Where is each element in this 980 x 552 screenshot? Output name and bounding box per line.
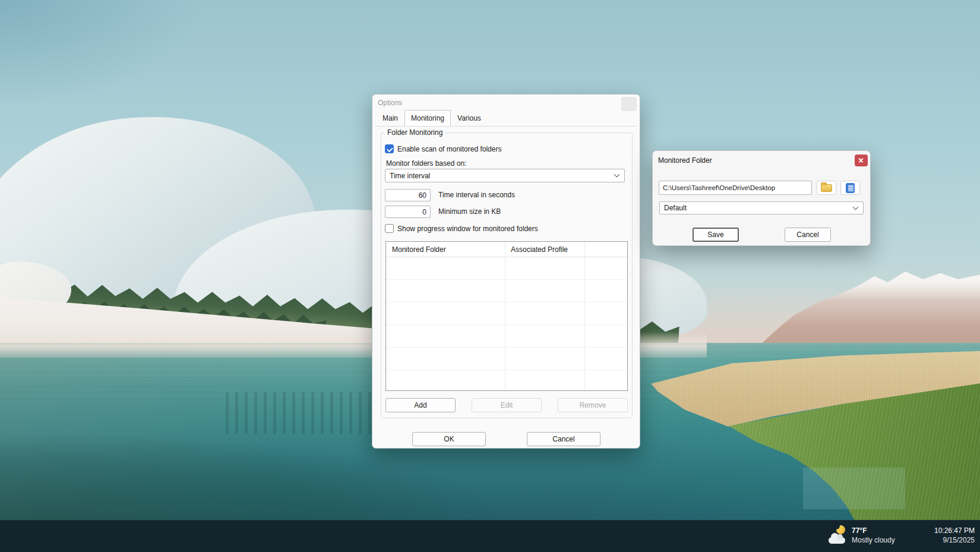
time-interval-label: Time interval in seconds — [438, 191, 515, 199]
tab-monitoring[interactable]: Monitoring — [404, 110, 451, 126]
moon-cloud-icon — [828, 525, 849, 545]
column-header-associated-profile[interactable]: Associated Profile — [511, 245, 568, 254]
options-dialog: Options Main Monitoring Various Folder M… — [372, 94, 640, 449]
table-body-empty[interactable] — [386, 257, 627, 390]
screen: 77°F Mostly cloudy 10:26:47 PM 9/15/2025… — [0, 0, 980, 552]
tab-strip-divider — [375, 126, 637, 127]
chevron-down-icon — [853, 204, 859, 210]
chevron-down-icon — [614, 172, 620, 178]
weather-widget[interactable]: 77°F Mostly cloudy — [826, 523, 915, 550]
close-button[interactable] — [621, 97, 637, 111]
monitored-folders-table[interactable]: Monitored Folder Associated Profile — [385, 241, 628, 391]
show-progress-checkbox[interactable] — [385, 224, 394, 233]
options-tab-strip: Main Monitoring Various — [376, 111, 488, 126]
wallpaper-tree-reflections — [226, 392, 392, 434]
folder-monitoring-group-label: Folder Monitoring — [384, 128, 445, 137]
profile-value: Default — [664, 204, 687, 212]
tab-various[interactable]: Various — [451, 111, 488, 126]
add-button[interactable]: Add — [385, 398, 456, 412]
folder-path-input[interactable] — [659, 181, 812, 195]
clock-date: 9/15/2025 — [943, 536, 975, 544]
close-button[interactable] — [855, 154, 868, 166]
cancel-button[interactable]: Cancel — [785, 228, 831, 242]
ok-button[interactable]: OK — [412, 432, 486, 446]
options-title-bar[interactable]: Options — [372, 94, 640, 111]
wallpaper-water-patch — [803, 468, 905, 509]
enable-scan-checkbox[interactable] — [385, 144, 394, 153]
table-header-row: Monitored Folder Associated Profile — [386, 242, 627, 257]
moon-icon — [836, 525, 845, 534]
taskbar[interactable]: 77°F Mostly cloudy 10:26:47 PM 9/15/2025 — [0, 520, 980, 552]
monitor-based-on-dropdown[interactable]: Time interval — [385, 169, 625, 182]
show-progress-label: Show progress window for monitored folde… — [397, 225, 538, 233]
remove-button[interactable]: Remove — [558, 398, 628, 412]
min-size-input[interactable] — [385, 206, 431, 218]
monitor-based-on-label: Monitor folders based on: — [386, 159, 466, 168]
time-interval-input[interactable] — [385, 189, 431, 201]
monitored-folder-dialog: Monitored Folder Default Save Cancel — [652, 150, 871, 246]
clock-widget[interactable]: 10:26:47 PM 9/15/2025 — [911, 523, 976, 550]
options-title: Options — [378, 99, 402, 107]
browse-folder-button[interactable] — [817, 181, 836, 195]
drive-icon — [846, 183, 855, 193]
weather-condition: Mostly cloudy — [852, 536, 895, 544]
browse-drive-button[interactable] — [840, 181, 860, 195]
tab-main[interactable]: Main — [376, 111, 404, 126]
cloud-icon — [829, 537, 845, 544]
edit-button[interactable]: Edit — [472, 398, 542, 412]
profile-dropdown[interactable]: Default — [659, 201, 864, 215]
save-button[interactable]: Save — [693, 228, 739, 242]
monitor-based-on-value: Time interval — [390, 172, 430, 180]
cancel-button[interactable]: Cancel — [527, 432, 600, 446]
monitored-folder-title: Monitored Folder — [658, 156, 712, 165]
weather-temperature: 77°F — [852, 526, 867, 535]
column-header-monitored-folder[interactable]: Monitored Folder — [392, 245, 446, 254]
clock-time: 10:26:47 PM — [934, 526, 975, 535]
min-size-label: Minimum size in KB — [438, 207, 501, 216]
enable-scan-label: Enable scan of monitored folders — [397, 145, 501, 153]
folder-icon — [821, 184, 832, 192]
